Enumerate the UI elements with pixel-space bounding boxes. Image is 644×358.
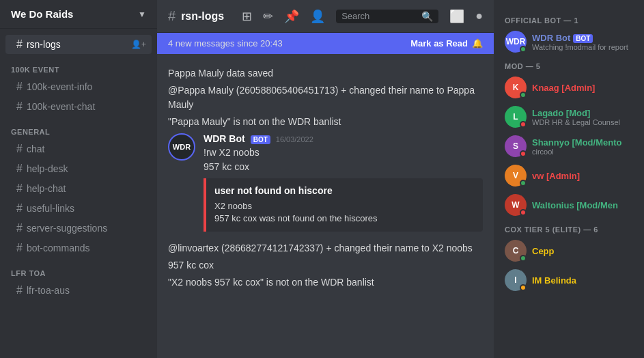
pin-icon[interactable]: 📌 bbox=[284, 9, 299, 24]
channel-item-useful-links[interactable]: #useful-links bbox=[5, 199, 152, 218]
channel-header: # rsn-logs ⊞ ✏ 📌 👤 🔍 ⬜ ● bbox=[157, 0, 494, 33]
members-icon[interactable]: 👤 bbox=[310, 9, 325, 24]
username[interactable]: WDR Bot bbox=[204, 133, 245, 144]
channel-name-label: server-suggestions bbox=[27, 223, 107, 234]
member-info: Waltonius [Mod/Men bbox=[532, 200, 633, 210]
member-name: vw [Admin] bbox=[532, 171, 633, 181]
member-info: Knaag [Admin] bbox=[532, 83, 633, 93]
member-section-label: Cox Tier 5 (Elite) — 6 bbox=[499, 220, 639, 236]
channel-name-label: lfr-toa-aus bbox=[27, 285, 70, 296]
member-item-knaag[interactable]: KKnaag [Admin] bbox=[499, 73, 639, 102]
channel-name-label: 100k-event-chat bbox=[27, 101, 95, 112]
message-text: 957 kc cox bbox=[204, 160, 483, 174]
hash-icon: # bbox=[16, 143, 23, 155]
channel-name-label: 100k-event-info bbox=[27, 81, 93, 92]
member-info: vw [Admin] bbox=[532, 171, 633, 181]
avatar: L bbox=[505, 106, 527, 128]
member-item-im-belinda[interactable]: IIM Belinda bbox=[499, 266, 639, 294]
channel-name-label: help-chat bbox=[27, 183, 66, 194]
channel-item-100k-event-info[interactable]: #100k-event-info bbox=[5, 77, 152, 96]
hash-icon: # bbox=[16, 222, 23, 234]
system-message: @Pappa Mauly (260588065406451713) + chan… bbox=[157, 82, 494, 113]
mark-read-label: Mark as Read bbox=[410, 38, 468, 49]
hash-icon: # bbox=[16, 100, 23, 113]
channel-item-bot-commands[interactable]: #bot-commands bbox=[5, 238, 152, 258]
mention[interactable]: @linvoartex bbox=[168, 243, 219, 253]
system-message: @linvoartex (286682774121742337) + chang… bbox=[157, 240, 494, 257]
member-info: Lagado [Mod]WDR HR & Legal Counsel bbox=[532, 108, 633, 126]
channel-name-label: chat bbox=[27, 143, 44, 154]
mark-as-read-button[interactable]: Mark as Read 🔔 bbox=[410, 38, 483, 49]
channel-name-label: bot-commands bbox=[27, 243, 90, 253]
member-sub: WDR HR & Legal Counsel bbox=[532, 118, 633, 126]
server-name: We Do Raids bbox=[11, 8, 73, 20]
hash-icon: # bbox=[16, 81, 23, 93]
mention[interactable]: @Pappa bbox=[168, 85, 206, 96]
new-messages-bar: 4 new messages since 20:43 Mark as Read … bbox=[157, 33, 494, 54]
member-section-label: Official Bot — 1 bbox=[499, 11, 639, 27]
server-header[interactable]: We Do Raids ▼ bbox=[0, 0, 157, 29]
channel-item-lfr-toa-aus[interactable]: #lfr-toa-aus bbox=[5, 281, 152, 300]
new-messages-text: 4 new messages since 20:43 bbox=[168, 38, 283, 49]
status-dot bbox=[520, 284, 527, 291]
hash-icon: # bbox=[16, 182, 23, 195]
search-bar[interactable]: 🔍 bbox=[336, 10, 438, 23]
member-name: Waltonius [Mod/Men bbox=[532, 200, 633, 210]
help-icon[interactable]: ● bbox=[475, 9, 483, 23]
member-name: WDR BotBOT bbox=[532, 33, 633, 43]
section-label-100k-event: 100K Event bbox=[0, 55, 157, 77]
member-name: Lagado [Mod] bbox=[532, 108, 633, 118]
avatar: WDR bbox=[168, 133, 195, 161]
member-item-cepp[interactable]: CCepp bbox=[499, 236, 639, 265]
channel-item-chat[interactable]: #chat bbox=[5, 139, 152, 159]
search-icon: 🔍 bbox=[421, 11, 433, 22]
channel-hash-icon: # bbox=[168, 8, 176, 24]
avatar: WDR bbox=[505, 31, 527, 53]
channel-item-rsn-logs[interactable]: #rsn-logs👤+ bbox=[5, 35, 152, 54]
channel-item-100k-event-chat[interactable]: #100k-event-chat bbox=[5, 97, 152, 116]
inbox-icon[interactable]: ⬜ bbox=[449, 9, 464, 24]
main-content: # rsn-logs ⊞ ✏ 📌 👤 🔍 ⬜ ● 4 new messages … bbox=[157, 0, 494, 358]
system-message: Pappa Mauly data saved bbox=[157, 65, 494, 82]
channel-item-help-chat[interactable]: #help-chat bbox=[5, 179, 152, 198]
member-info: Cepp bbox=[532, 246, 633, 256]
bot-badge: BOT bbox=[251, 135, 270, 144]
channel-item-server-suggestions[interactable]: #server-suggestions bbox=[5, 219, 152, 238]
hashtag-icon[interactable]: ⊞ bbox=[242, 9, 252, 24]
status-dot bbox=[520, 255, 527, 262]
embed-text: X2 noobs bbox=[214, 200, 475, 212]
member-item-wdr-bot[interactable]: WDRWDR BotBOTWatching !modmail for repor… bbox=[499, 27, 639, 56]
system-message: "X2 noobs 957 kc cox" is not on the WDR … bbox=[157, 274, 494, 291]
message-content: WDR BotBOT16/03/2022!rw X2 noobs957 kc c… bbox=[204, 133, 483, 232]
member-item-shannyo[interactable]: SShannyo [Mod/Mentocircool bbox=[499, 132, 639, 161]
member-name: Knaag [Admin] bbox=[532, 83, 633, 93]
hash-icon: # bbox=[16, 202, 23, 215]
member-sub: Watching !modmail for report bbox=[532, 43, 633, 51]
avatar: K bbox=[505, 77, 527, 98]
members-sidebar: Official Bot — 1WDRWDR BotBOTWatching !m… bbox=[494, 0, 644, 358]
status-dot bbox=[520, 180, 527, 187]
edit-icon[interactable]: ✏ bbox=[263, 9, 273, 24]
member-name: IM Belinda bbox=[532, 275, 633, 286]
member-info: Shannyo [Mod/Mentocircool bbox=[532, 137, 633, 156]
member-item-lagado[interactable]: LLagado [Mod]WDR HR & Legal Counsel bbox=[499, 102, 639, 131]
channels-list: #rsn-logs👤+100K Event#100k-event-info#10… bbox=[0, 29, 157, 358]
bell-icon: 🔔 bbox=[472, 38, 483, 49]
member-name: Cepp bbox=[532, 246, 633, 256]
bot-badge: BOT bbox=[573, 34, 593, 43]
system-message: 957 kc cox bbox=[157, 257, 494, 274]
channel-name-label: useful-links bbox=[27, 203, 74, 214]
message-header: WDR BotBOT16/03/2022 bbox=[204, 133, 483, 144]
search-input[interactable] bbox=[341, 11, 419, 21]
embed-title: user not found on hiscore bbox=[214, 185, 475, 196]
embed-block: user not found on hiscoreX2 noobs957 kc … bbox=[204, 178, 483, 232]
system-message: "Pappa Mauly" is not on the WDR banlist bbox=[157, 113, 494, 130]
avatar: V bbox=[505, 165, 527, 187]
channel-item-help-desk[interactable]: #help-desk bbox=[5, 159, 152, 178]
member-item-vw[interactable]: Vvw [Admin] bbox=[499, 161, 639, 190]
header-icons: ⊞ ✏ 📌 👤 🔍 ⬜ ● bbox=[242, 9, 483, 24]
status-dot bbox=[520, 121, 527, 128]
member-name: Shannyo [Mod/Mento bbox=[532, 137, 633, 148]
member-item-waltonius[interactable]: WWaltonius [Mod/Men bbox=[499, 191, 639, 219]
add-member-icon[interactable]: 👤+ bbox=[131, 40, 146, 49]
